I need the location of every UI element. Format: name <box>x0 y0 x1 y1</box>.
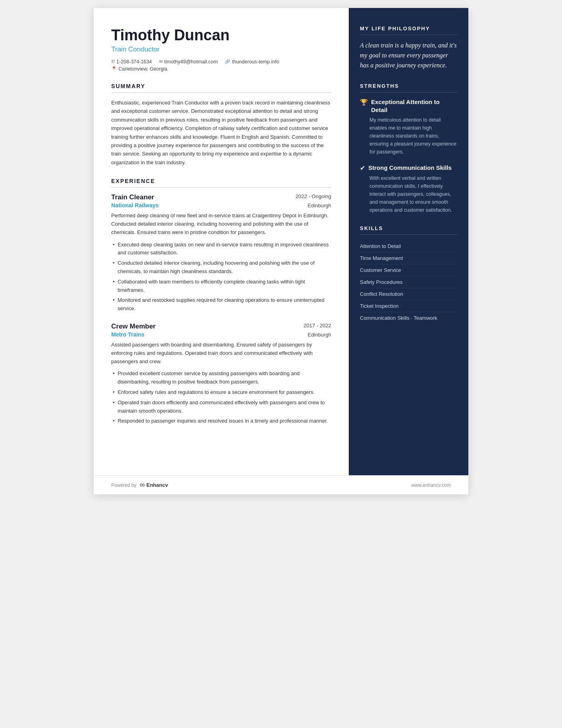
strength-2-desc: With excellent verbal and written commun… <box>369 174 457 214</box>
experience-divider <box>111 187 331 188</box>
skill-2: Time Management · <box>360 252 457 264</box>
skills-section-title: SKILLS <box>360 225 457 231</box>
email-contact: ✉ timothy49@hotmail.com <box>159 59 218 65</box>
skill-5-text: Conflict Resolution <box>360 291 403 297</box>
candidate-name: Timothy Duncan <box>111 27 331 44</box>
phone-number: 1-208-374-1634 <box>116 59 152 65</box>
email-address: timothy49@hotmail.com <box>164 59 218 65</box>
contact-row: ✆ 1-208-374-1634 ✉ timothy49@hotmail.com… <box>111 59 331 65</box>
experience-section-title: EXPERIENCE <box>111 178 331 184</box>
philosophy-text: A clean train is a happy train, and it's… <box>360 41 457 70</box>
skill-2-dot: · <box>405 256 406 260</box>
skill-1-text: Attention to Detail <box>360 243 401 249</box>
strength-1: 🏆 Exceptional Attention to Detail My met… <box>360 98 457 156</box>
job-1-location: Edinburgh <box>308 203 331 209</box>
skills-divider <box>360 234 457 235</box>
strength-2-title: Strong Communication Skills <box>368 164 452 172</box>
brand-name: Enhancv <box>146 482 168 488</box>
skill-3: Customer Service · <box>360 264 457 276</box>
checkmark-icon: ✔ <box>360 164 365 172</box>
summary-text: Enthusiastic, experienced Train Conducto… <box>111 98 331 167</box>
job-1-bullet-4: Monitored and restocked supplies require… <box>111 296 331 313</box>
skill-2-text: Time Management <box>360 255 403 261</box>
skill-3-dot: · <box>403 268 404 272</box>
skill-5: Conflict Resolution · <box>360 288 457 300</box>
logo-icon: ∞ <box>140 481 145 489</box>
job-1-bullets: Executed deep cleaning tasks on new and … <box>111 241 331 313</box>
summary-section-title: SUMMARY <box>111 83 331 89</box>
job-1-bullet-1: Executed deep cleaning tasks on new and … <box>111 241 331 258</box>
job-2-bullet-4: Responded to passenger inquiries and res… <box>111 417 331 425</box>
strengths-divider <box>360 92 457 92</box>
skill-6-dot: · <box>400 304 401 308</box>
skill-1: Attention to Detail · <box>360 240 457 252</box>
philosophy-section-title: MY LIFE PHILOSOPHY <box>360 26 457 31</box>
skill-6: Ticket Inspection · <box>360 300 457 312</box>
skill-4: Safety Procedures · <box>360 276 457 288</box>
job-2-bullet-2: Enforced safety rules and regulations to… <box>111 388 331 397</box>
job-2-title: Crew Member <box>111 323 155 331</box>
strength-1-desc: My meticulous attention to detail enable… <box>369 116 457 156</box>
skill-5-dot: · <box>405 292 406 296</box>
footer-left: Powered by ∞ Enhancv <box>111 481 168 489</box>
location-text: Carletonview, Georgia <box>118 66 167 72</box>
enhancv-logo: ∞ Enhancv <box>140 481 168 489</box>
trophy-icon: 🏆 <box>360 98 368 106</box>
skills-section: SKILLS Attention to Detail · Time Manage… <box>360 225 457 324</box>
skill-1-dot: · <box>403 244 404 248</box>
email-icon: ✉ <box>159 59 163 64</box>
strength-2: ✔ Strong Communication Skills With excel… <box>360 164 457 214</box>
website-url: thunderous-temp.info <box>232 59 279 65</box>
job-2-dates: 2017 - 2022 <box>304 323 331 329</box>
job-1-bullet-2: Conducted detailed interior cleaning, in… <box>111 259 331 276</box>
summary-divider <box>111 92 331 93</box>
job-1-company: National Railways <box>111 202 159 209</box>
job-2-bullet-1: Provided excellent customer service by a… <box>111 370 331 386</box>
job-2-bullets: Provided excellent customer service by a… <box>111 370 331 425</box>
location-icon: 📍 <box>111 66 117 71</box>
link-icon: 🔗 <box>225 59 230 64</box>
strengths-section-title: STRENGTHS <box>360 83 457 89</box>
candidate-title: Train Conductor <box>111 45 331 53</box>
strength-1-title: Exceptional Attention to Detail <box>371 98 457 114</box>
job-2-description: Assisted passengers with boarding and di… <box>111 341 331 366</box>
skill-6-text: Ticket Inspection <box>360 303 399 309</box>
job-2: Crew Member 2017 - 2022 Metro Trains Edi… <box>111 323 331 425</box>
job-1-bullet-3: Collaborated with team members to effici… <box>111 278 331 295</box>
job-2-company: Metro Trains <box>111 331 144 338</box>
phone-icon: ✆ <box>111 59 115 64</box>
phone-contact: ✆ 1-208-374-1634 <box>111 59 152 65</box>
philosophy-divider <box>360 35 457 35</box>
job-2-location: Edinburgh <box>308 332 331 338</box>
job-1-dates: 2022 - Ongoing <box>295 193 331 199</box>
footer-website: www.enhancv.com <box>411 482 451 488</box>
job-2-bullet-3: Operated train doors efficiently and com… <box>111 399 331 415</box>
footer: Powered by ∞ Enhancv www.enhancv.com <box>94 475 468 494</box>
skill-4-text: Safety Procedures <box>360 279 403 285</box>
job-1: Train Cleaner 2022 - Ongoing National Ra… <box>111 193 331 313</box>
website-contact: 🔗 thunderous-temp.info <box>225 59 279 65</box>
location-row: 📍 Carletonview, Georgia <box>111 66 331 72</box>
skill-7-text: Communication Skills · Teamwork <box>360 315 437 321</box>
skill-7: Communication Skills · Teamwork <box>360 312 457 324</box>
job-1-description: Performed deep cleaning of new fleet and… <box>111 212 331 236</box>
job-1-title: Train Cleaner <box>111 193 154 201</box>
skill-4-dot: · <box>404 280 405 284</box>
sidebar: MY LIFE PHILOSOPHY A clean train is a ha… <box>349 8 468 494</box>
powered-by-text: Powered by <box>111 482 136 488</box>
skill-3-text: Customer Service <box>360 267 401 273</box>
